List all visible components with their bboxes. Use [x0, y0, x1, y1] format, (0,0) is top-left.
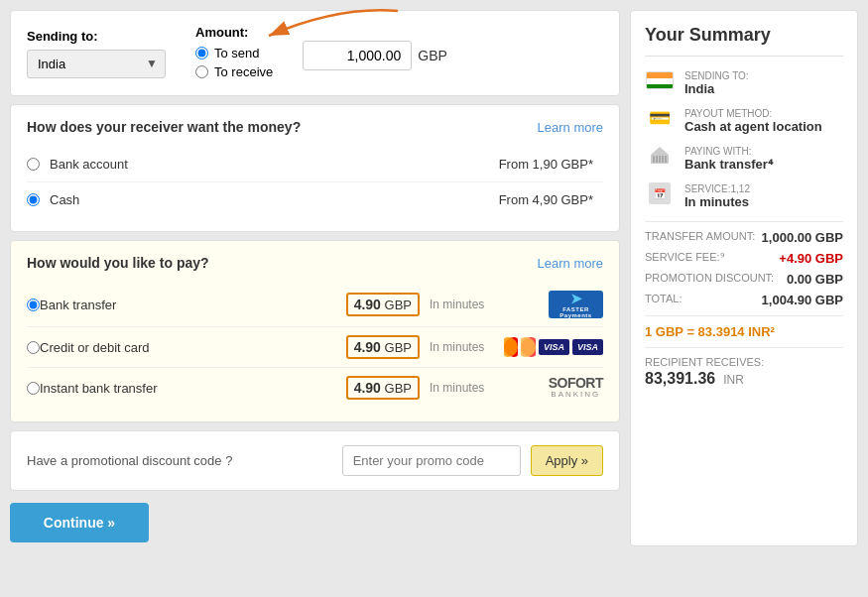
sofort-logo: SOFORT BANKING — [504, 376, 603, 400]
bank-transfer-time: In minutes — [430, 298, 504, 311]
bank-account-option[interactable]: Bank account From 1,90 GBP* — [27, 147, 603, 182]
cash-fee: From 4,90 GBP* — [499, 192, 593, 207]
continue-button[interactable]: Continue » — [10, 503, 149, 542]
bank-transfer-option[interactable]: Bank transfer 4.90 GBP In minutes ➤ FAST… — [27, 283, 603, 327]
bank-building-icon — [649, 145, 671, 167]
visa-icon-1: VISA — [539, 339, 569, 355]
bank-transfer-fee: 4.90 GBP — [346, 293, 420, 316]
summary-service-fee-row: SERVICE FEE:⁹ +4.90 GBP — [645, 251, 843, 266]
summary-sending-to: SENDING TO: India — [645, 70, 843, 96]
summary-transfer-amount-val: 1,000.00 GBP — [762, 230, 843, 245]
bank-transfer-label: Bank transfer — [40, 298, 346, 312]
currency-label: GBP — [418, 48, 447, 63]
promo-input[interactable] — [342, 445, 521, 476]
instant-bank-label: Instant bank transfer — [40, 381, 346, 396]
summary-recipient-label: RECIPIENT RECEIVES: — [645, 356, 843, 368]
instant-bank-fee: 4.90 GBP — [346, 376, 420, 400]
summary-service-fee-label: SERVICE FEE:⁹ — [645, 251, 724, 266]
summary-total-val: 1,004.90 GBP — [762, 293, 843, 307]
amount-input[interactable] — [303, 41, 412, 70]
cash-option[interactable]: Cash From 4,90 GBP* — [27, 182, 603, 217]
payout-icon: 💳 — [645, 108, 675, 128]
sending-to-label: Sending to: — [27, 29, 166, 44]
card-logos: VISA VISA — [504, 337, 603, 357]
cash-radio[interactable] — [27, 193, 40, 206]
to-receive-radio[interactable] — [195, 65, 208, 78]
summary-transfer-amount-row: TRANSFER AMOUNT: 1,000.00 GBP — [645, 230, 843, 245]
to-send-radio[interactable] — [195, 47, 208, 60]
bank-account-fee: From 1,90 GBP* — [499, 157, 593, 172]
visa-icon-2: VISA — [572, 339, 603, 355]
apply-button[interactable]: Apply » — [531, 445, 603, 476]
summary-payout-val: Cash at agent location — [684, 119, 822, 134]
svg-rect-6 — [665, 156, 667, 163]
india-flag-icon — [645, 70, 675, 90]
summary-service-fee-val: +4.90 GBP — [779, 251, 843, 266]
bank-icon — [645, 146, 675, 166]
destination-select[interactable]: India — [27, 50, 166, 78]
credit-debit-option[interactable]: Credit or debit card 4.90 GBP In minutes… — [27, 327, 603, 368]
promo-section: Have a promotional discount code ? Apply… — [10, 430, 620, 491]
bank-transfer-radio[interactable] — [27, 298, 40, 311]
to-send-label: To send — [214, 46, 260, 60]
summary-paying: PAYING WITH: Bank transfer⁴ — [645, 146, 843, 172]
bank-account-radio[interactable] — [27, 158, 40, 171]
summary-service: 📅 SERVICE:1,12 In minutes — [645, 183, 843, 209]
instant-bank-radio[interactable] — [27, 382, 40, 395]
summary-recipient-amount: 83,391.36 — [645, 370, 715, 388]
instant-bank-option[interactable]: Instant bank transfer 4.90 GBP In minute… — [27, 368, 603, 408]
summary-recipient-row: RECIPIENT RECEIVES: 83,391.36 INR — [645, 356, 843, 388]
promo-label: Have a promotional discount code ? — [27, 453, 332, 468]
summary-payout: 💳 PAYOUT METHOD: Cash at agent location — [645, 108, 843, 134]
credit-debit-time: In minutes — [430, 340, 504, 354]
summary-panel: Your Summary SENDING TO: India 💳 PAYOUT — [630, 10, 858, 546]
maestro-icon — [504, 337, 518, 357]
bank-account-label: Bank account — [50, 157, 499, 172]
instant-bank-time: In minutes — [430, 381, 504, 395]
receiver-section-title: How does your receiver want the money? — [27, 119, 301, 135]
summary-total-row: TOTAL: 1,004.90 GBP — [645, 293, 843, 307]
summary-sending-to-val: India — [684, 81, 749, 96]
summary-paying-val: Bank transfer⁴ — [684, 157, 773, 172]
svg-rect-2 — [653, 156, 655, 163]
to-receive-label: To receive — [214, 64, 273, 79]
summary-paying-label: PAYING WITH: — [684, 146, 773, 157]
summary-service-val: In minutes — [684, 194, 750, 209]
amount-label: Amount: — [195, 25, 273, 40]
pay-learn-more[interactable]: Learn more — [538, 256, 603, 271]
calendar-icon: 📅 — [645, 183, 675, 203]
pay-section-title: How would you like to pay? — [27, 255, 209, 271]
summary-service-label: SERVICE:1,12 — [684, 183, 750, 194]
summary-sending-to-label: SENDING TO: — [684, 70, 749, 81]
faster-payments-logo: ➤ FASTER Payments — [504, 291, 603, 318]
cash-label: Cash — [50, 192, 499, 207]
summary-payout-label: PAYOUT METHOD: — [684, 108, 822, 119]
svg-rect-4 — [659, 156, 661, 163]
mastercard-icon — [521, 337, 535, 357]
svg-rect-3 — [656, 156, 658, 163]
credit-debit-radio[interactable] — [27, 341, 40, 354]
svg-rect-5 — [662, 156, 664, 163]
summary-transfer-amount-label: TRANSFER AMOUNT: — [645, 230, 755, 245]
svg-marker-7 — [651, 147, 669, 155]
exchange-rate: 1 GBP = 83.3914 INR² — [645, 324, 843, 339]
credit-debit-fee: 4.90 GBP — [346, 335, 420, 359]
credit-debit-label: Credit or debit card — [40, 340, 346, 355]
summary-title: Your Summary — [645, 25, 843, 57]
summary-recipient-currency: INR — [723, 373, 744, 387]
summary-promotion-row: PROMOTION DISCOUNT: 0.00 GBP — [645, 272, 843, 287]
summary-total-label: TOTAL: — [645, 293, 682, 307]
summary-promotion-val: 0.00 GBP — [787, 272, 843, 287]
summary-promotion-label: PROMOTION DISCOUNT: — [645, 272, 774, 287]
receiver-learn-more[interactable]: Learn more — [538, 120, 603, 135]
